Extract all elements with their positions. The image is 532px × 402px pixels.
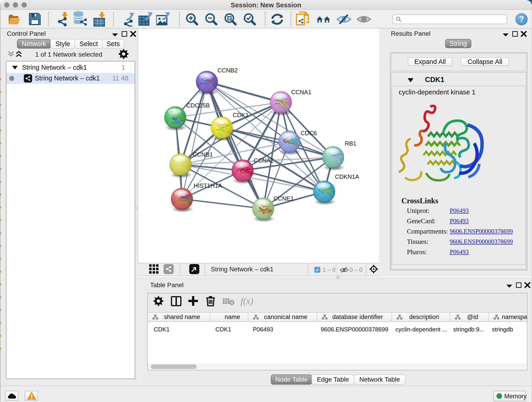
svg-text:CDK1: CDK1 xyxy=(233,112,249,119)
svg-text:CCNB2: CCNB2 xyxy=(217,67,238,74)
svg-text:CCNB1: CCNB1 xyxy=(193,151,213,158)
svg-text:CDC25B: CDC25B xyxy=(186,102,210,109)
svg-text:CCNA2: CCNA2 xyxy=(254,157,274,164)
svg-text:CCNA1: CCNA1 xyxy=(291,89,311,96)
svg-text:CCNE1: CCNE1 xyxy=(273,195,294,202)
svg-text:RB1: RB1 xyxy=(345,140,356,147)
svg-text:CDKN1A: CDKN1A xyxy=(335,173,359,180)
svg-text:CDC6: CDC6 xyxy=(301,130,317,137)
svg-text:HIST1H1A: HIST1H1A xyxy=(194,182,222,189)
